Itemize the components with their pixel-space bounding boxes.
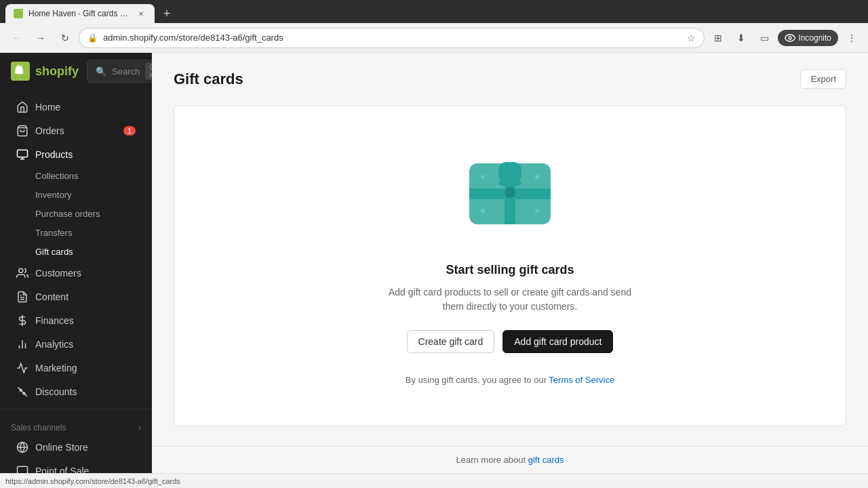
collections-label: Collections [35, 171, 79, 181]
svg-rect-2 [18, 150, 28, 157]
empty-state: Start selling gift cards Add gift card p… [174, 106, 846, 426]
finances-icon [16, 314, 28, 327]
empty-state-actions: Create gift card Add gift card product [407, 330, 614, 353]
search-icon: 🔍 [96, 66, 106, 77]
export-button[interactable]: Export [800, 69, 846, 89]
content-label: Content [35, 291, 68, 302]
browser-tab[interactable]: Home Haven · Gift cards · Sho... ✕ [5, 4, 155, 23]
refresh-btn[interactable]: ↻ [54, 27, 76, 49]
sidebar-item-marketing[interactable]: Marketing [5, 357, 146, 380]
orders-label: Orders [35, 125, 64, 136]
empty-state-description: Add gift card products to sell or create… [381, 285, 639, 314]
footer-prefix: Learn more about [456, 455, 528, 465]
shopify-logo-icon [11, 62, 30, 81]
download-btn[interactable]: ⬇ [730, 27, 752, 49]
cast-btn[interactable]: ▭ [753, 27, 775, 49]
customers-label: Customers [35, 268, 81, 279]
marketing-icon [16, 362, 28, 374]
pos-label: Point of Sale [35, 466, 89, 473]
svg-point-27 [505, 187, 515, 198]
home-icon [16, 101, 28, 113]
sidebar-subitem-collections[interactable]: Collections [5, 167, 146, 185]
create-gift-card-button[interactable]: Create gift card [407, 330, 495, 353]
incognito-btn[interactable]: Incognito [778, 30, 838, 46]
analytics-label: Analytics [35, 339, 73, 350]
sidebar-item-products[interactable]: Products [5, 143, 146, 166]
svg-rect-17 [18, 466, 28, 473]
status-url: https://admin.shopify.com/store/de8143-a… [5, 477, 180, 485]
gift-cards-learn-more-link[interactable]: gift cards [528, 455, 564, 465]
forward-btn[interactable]: → [30, 27, 52, 49]
sidebar-subitem-purchase-orders[interactable]: Purchase orders [5, 205, 146, 223]
content-icon [16, 291, 28, 303]
terms-text: By using gift cards, you agree to our Te… [406, 375, 614, 385]
customers-icon [16, 267, 28, 279]
incognito-icon [785, 33, 795, 43]
orders-badge: 1 [123, 126, 136, 136]
svg-point-5 [19, 268, 23, 272]
inventory-label: Inventory [35, 190, 71, 200]
back-btn[interactable]: ← [5, 27, 27, 49]
tab-favicon [14, 9, 23, 18]
sidebar-item-analytics[interactable]: Analytics [5, 333, 146, 356]
sidebar-item-pos[interactable]: Point of Sale [5, 460, 146, 473]
online-store-label: Online Store [35, 442, 88, 453]
top-bar: shopify 🔍 Search Ctrl K 🔔 1 Home Haven H… [0, 53, 152, 89]
marketing-label: Marketing [35, 363, 77, 373]
terms-of-service-link[interactable]: Terms of Service [549, 375, 614, 385]
sidebar-item-content[interactable]: Content [5, 285, 146, 308]
sidebar-item-orders[interactable]: Orders 1 [5, 119, 146, 142]
tab-close-btn[interactable]: ✕ [136, 8, 146, 19]
transfers-label: Transfers [35, 228, 72, 238]
online-store-icon [16, 441, 28, 453]
address-bar-row: ← → ↻ 🔒 admin.shopify.com/store/de8143-a… [0, 23, 868, 53]
products-label: Products [35, 149, 73, 160]
orders-icon [16, 125, 28, 137]
new-tab-btn[interactable]: + [157, 4, 176, 23]
search-bar[interactable]: 🔍 Search Ctrl K [87, 60, 152, 83]
incognito-label: Incognito [798, 33, 831, 43]
discounts-icon [16, 386, 28, 398]
search-placeholder: Search [112, 66, 140, 77]
sales-channels-section: Sales channels › [0, 415, 152, 435]
gift-card-illustration [462, 146, 557, 241]
finances-label: Finances [35, 315, 74, 326]
svg-point-31 [535, 209, 539, 213]
svg-point-28 [481, 175, 485, 179]
purchase-orders-label: Purchase orders [35, 209, 100, 219]
products-icon [16, 148, 28, 161]
sidebar: shopify 🔍 Search Ctrl K 🔔 1 Home Haven H… [0, 53, 152, 473]
discounts-label: Discounts [35, 386, 77, 397]
sidebar-nav: Home Orders 1 [0, 89, 152, 473]
expand-icon[interactable]: › [138, 423, 141, 432]
sidebar-item-customers[interactable]: Customers [5, 262, 146, 285]
bookmark-icon: ☆ [687, 33, 696, 43]
sidebar-item-online-store[interactable]: Online Store [5, 436, 146, 459]
shopify-logo-text: shopify [35, 64, 79, 79]
sidebar-subitem-transfers[interactable]: Transfers [5, 224, 146, 242]
address-bar[interactable]: 🔒 admin.shopify.com/store/de8143-a6/gift… [79, 28, 705, 48]
sales-channels-label: Sales channels [11, 423, 66, 432]
add-gift-card-product-button[interactable]: Add gift card product [502, 330, 613, 353]
search-shortcut: Ctrl K [145, 62, 152, 80]
app-shell: shopify 🔍 Search Ctrl K 🔔 1 Home Haven H… [0, 53, 868, 473]
sidebar-item-home[interactable]: Home [5, 96, 146, 119]
pos-icon [16, 465, 28, 473]
footer-bar: Learn more about gift cards [152, 446, 868, 473]
menu-btn[interactable]: ⋮ [841, 27, 863, 49]
sidebar-subitem-inventory[interactable]: Inventory [5, 186, 146, 204]
empty-state-title: Start selling gift cards [446, 263, 574, 277]
sidebar-subitem-gift-cards[interactable]: Gift cards [5, 243, 146, 261]
sidebar-item-discounts[interactable]: Discounts [5, 380, 146, 403]
analytics-icon [16, 338, 28, 350]
page-content: Gift cards Export [152, 53, 868, 446]
extensions-btn[interactable]: ⊞ [707, 27, 729, 49]
sidebar-item-finances[interactable]: Finances [5, 309, 146, 332]
svg-point-0 [789, 37, 791, 39]
page-title: Gift cards [174, 70, 243, 88]
shopify-logo[interactable]: shopify [11, 62, 79, 81]
sidebar-divider [0, 409, 152, 409]
main-content: Gift cards Export [152, 53, 868, 473]
url-text: admin.shopify.com/store/de8143-a6/gift_c… [103, 33, 682, 43]
gift-cards-label: Gift cards [35, 247, 73, 257]
